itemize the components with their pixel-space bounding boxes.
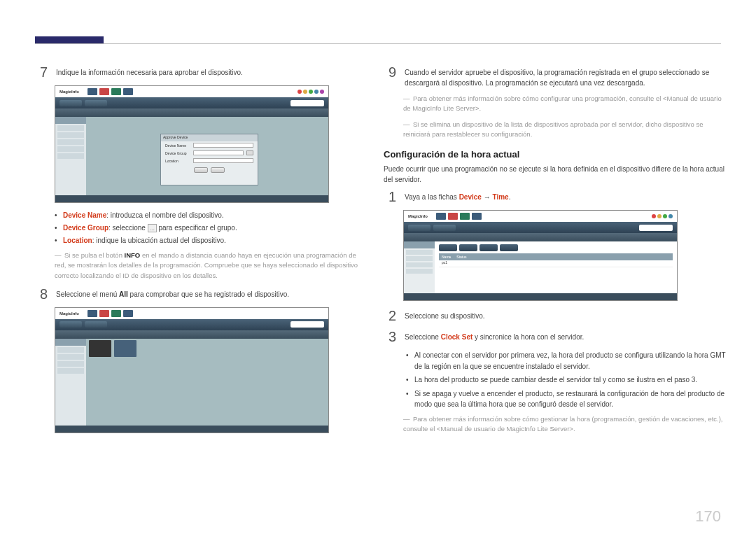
screenshot-time-tab: MagicInfo: [403, 210, 678, 301]
two-column-layout: 7 Indique la información necesaria para …: [35, 64, 721, 440]
dialog-field-row: Location: [161, 157, 258, 164]
field-label: Device Name: [165, 143, 190, 148]
list-item: Location: indique la ubicación actual de…: [55, 235, 364, 246]
toolbar-button: [433, 225, 456, 231]
app-logo: MagicInfo: [408, 214, 428, 218]
sidebar-item: [57, 153, 84, 159]
list-item: La hora del producto se puede cambiar de…: [406, 374, 727, 386]
page-number: 170: [695, 507, 721, 526]
sidebar-item: [406, 256, 433, 261]
step-text: Seleccione su dispositivo.: [405, 308, 727, 323]
sidebar-item: [57, 354, 84, 360]
app-header: MagicInfo: [404, 211, 677, 222]
text-before: Seleccione: [405, 333, 441, 341]
group-display: [193, 150, 244, 155]
content-body: Name Status pc1: [404, 241, 677, 293]
header-tab-icon: [472, 213, 482, 220]
sub-toolbar: [439, 244, 673, 251]
sidebar-item: [57, 146, 84, 152]
header-tabs: [436, 213, 482, 220]
app-header: MagicInfo: [55, 308, 328, 319]
search-field: [639, 225, 673, 231]
header-tab-icon: [123, 88, 133, 95]
header-tab-icon: [99, 310, 109, 317]
dot: .: [509, 193, 511, 201]
field-label: Location: [165, 159, 190, 163]
dash-icon: ―: [55, 251, 64, 260]
status-dot-icon: [320, 90, 324, 94]
header-tab-icon: [436, 213, 446, 220]
header-tabs: [88, 88, 133, 95]
dash-note-time-manual: ―Para obtener más información sobre cómo…: [403, 414, 727, 435]
term-before: : seleccione: [108, 224, 148, 232]
device-thumbnails: [89, 343, 326, 354]
header-status-icons: [652, 214, 673, 218]
secondary-bar: [404, 233, 677, 241]
sub-toolbar-button: [500, 244, 518, 251]
header-status-icons: [298, 90, 324, 94]
app-header: MagicInfo: [55, 86, 328, 97]
device-list: Name Status pc1: [439, 244, 673, 267]
bold-all: All: [119, 290, 128, 298]
header-tab-icon: [460, 213, 470, 220]
group-picker-icon: …: [148, 224, 157, 232]
sub-toolbar-button: [479, 244, 498, 251]
app-logo: MagicInfo: [59, 311, 79, 316]
table-header: Name Status: [439, 253, 673, 260]
field-descriptions: Device Name: introduzca el nombre del di…: [55, 210, 364, 246]
sidebar-header: [55, 339, 86, 346]
step-9-row: 9 Cuando el servidor apruebe el disposit…: [384, 64, 727, 88]
footer-bar: [55, 195, 328, 202]
left-column: 7 Indique la información necesaria para …: [35, 64, 364, 440]
field-label: Device Group: [165, 151, 190, 155]
step-3-row: 3 Seleccione Clock Set y sincronice la h…: [384, 329, 727, 344]
status-dot-icon: [303, 90, 307, 94]
red-clock-set: Clock Set: [441, 333, 473, 341]
note-text: Para obtener más información sobre cómo …: [403, 415, 723, 433]
dialog-buttons: [161, 167, 258, 173]
cancel-button: [211, 167, 225, 173]
sidebar-item: [406, 262, 433, 267]
step-8-row: 8 Seleccione el menú All para comprobar …: [35, 286, 364, 302]
dialog-field-row: Device Name: [161, 141, 258, 149]
sub-toolbar-button: [439, 244, 457, 251]
step-text: Vaya a las fichas Device → Time.: [405, 189, 727, 204]
status-dot-icon: [652, 214, 656, 218]
header-tab-icon: [88, 310, 97, 317]
note-text: Si se pulsa el botón INFO en el mando a …: [55, 251, 358, 279]
col-header: Status: [456, 255, 466, 259]
term-rest: : introduzca el nombre del dispositivo.: [106, 211, 223, 219]
document-page: 7 Indique la información necesaria para …: [0, 0, 756, 454]
dash-note-reset: ―Si se elimina un dispositivo de la list…: [403, 120, 727, 140]
step-text: Indique la información necesaria para ap…: [56, 64, 364, 80]
status-dot-icon: [657, 214, 662, 218]
header-tab-icon: [448, 213, 458, 220]
toolbar-button: [85, 321, 107, 328]
term-after: para especificar el grupo.: [157, 224, 237, 232]
col-header: Name: [442, 255, 451, 259]
dash-icon: ―: [403, 414, 413, 424]
arrow: →: [482, 193, 493, 201]
header-tab-icon: [111, 310, 121, 317]
term-device-name: Device Name: [63, 211, 106, 219]
text-input: [193, 158, 253, 163]
toolbar: [55, 97, 328, 108]
dash-icon: ―: [403, 94, 413, 104]
dash-note-info: ―Si se pulsa el botón INFO en el mando a…: [55, 251, 364, 281]
sidebar-item: [57, 139, 84, 145]
sidebar: [55, 117, 86, 195]
cell: pc1: [442, 260, 447, 267]
list-item: Device Name: introduzca el nombre del di…: [55, 210, 364, 221]
toolbar: [55, 319, 328, 330]
sidebar-item: [406, 269, 433, 274]
step-number: 7: [35, 64, 48, 80]
sidebar-item: [406, 250, 433, 255]
sidebar-item: [57, 132, 84, 138]
step-number: 1: [384, 189, 396, 204]
bold-info: INFO: [125, 251, 141, 259]
section-intro: Puede ocurrir que una programación no se…: [384, 164, 727, 185]
footer-bar: [55, 426, 328, 433]
text-after: para comprobar que se ha registrado el d…: [128, 290, 289, 298]
device-thumbnail-icon: [89, 340, 111, 357]
status-dot-icon: [663, 214, 667, 218]
